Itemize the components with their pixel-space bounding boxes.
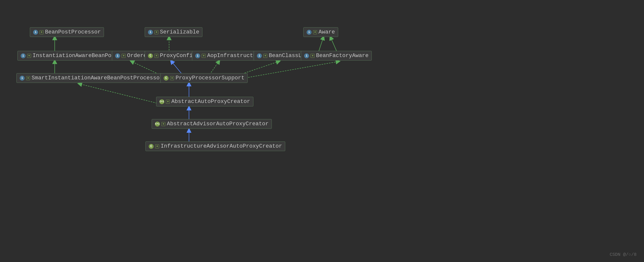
badge-bean-factory-aware: ■ xyxy=(310,54,314,58)
icon-proxy-processor-support: C xyxy=(164,76,168,81)
watermark: CSDN @/○/8 xyxy=(610,252,636,257)
badge-ordered: ■ xyxy=(122,54,126,58)
label-aware: Aware xyxy=(318,29,335,35)
icon-serializable: i xyxy=(148,30,153,35)
badge-infrastructure-advisor: ■ xyxy=(155,144,159,148)
label-smart-instantiation: SmartInstantiationAwareBeanPostProcessor xyxy=(32,75,163,81)
badge-serializable: ■ xyxy=(154,30,158,34)
label-abstract-auto-proxy: AbstractAutoProxyCreator xyxy=(171,99,250,105)
badge-proxy-processor-support: ■ xyxy=(170,76,174,80)
node-abstract-auto-proxy-creator: C+i ■ AbstractAutoProxyCreator xyxy=(156,97,253,107)
node-smart-instantiation: i ■ SmartInstantiationAwareBeanPostProce… xyxy=(16,73,166,83)
icon-bean-factory-aware: i xyxy=(304,53,309,58)
icon-proxy-config: C xyxy=(148,53,153,58)
badge-aop-infrastructure: ■ xyxy=(202,54,206,58)
badge-proxy-config: ■ xyxy=(154,54,158,58)
icon-aware: i xyxy=(306,30,312,35)
arrows-svg xyxy=(0,0,644,262)
node-serializable: i ■ Serializable xyxy=(145,27,202,37)
label-abstract-advisor-auto-proxy: AbstractAdvisorAutoProxyCreator xyxy=(167,121,268,127)
badge-bean-post-processor: ■ xyxy=(40,30,44,34)
icon-ordered: i xyxy=(115,53,120,58)
label-bean-factory-aware: BeanFactoryAware xyxy=(316,53,368,59)
label-bean-post-processor: BeanPostProcessor xyxy=(45,29,101,35)
badge-abstract-auto-proxy: ■ xyxy=(166,100,170,104)
badge-aware: ■ xyxy=(313,30,317,34)
node-aware: i ■ Aware xyxy=(303,27,338,37)
node-bean-factory-aware: i ■ BeanFactoryAware xyxy=(301,51,372,61)
badge-abstract-advisor-auto-proxy: ■ xyxy=(161,122,165,126)
label-proxy-config: ProxyConfig xyxy=(160,53,196,59)
node-abstract-advisor-auto-proxy: C+i ■ AbstractAdvisorAutoProxyCreator xyxy=(152,119,272,129)
icon-abstract-auto-proxy: C+i xyxy=(160,99,164,104)
label-serializable: Serializable xyxy=(160,29,199,35)
icon-infrastructure-advisor: C xyxy=(149,144,154,149)
icon-aop-infrastructure: i xyxy=(195,53,200,58)
node-proxy-processor-support: C ■ ProxyProcessorSupport xyxy=(160,73,248,83)
icon-bean-class-loader-aware: i xyxy=(257,53,262,58)
label-proxy-processor-support: ProxyProcessorSupport xyxy=(176,75,244,81)
badge-bean-class-loader-aware: ■ xyxy=(263,54,267,58)
badge-smart-instantiation: ■ xyxy=(26,76,30,80)
icon-abstract-advisor-auto-proxy: C+i xyxy=(155,122,160,127)
diagram-container: i ■ BeanPostProcessor i ■ InstantiationA… xyxy=(0,0,644,262)
label-infrastructure-advisor: InfrastructureAdvisorAutoProxyCreator xyxy=(161,143,282,149)
svg-line-14 xyxy=(80,84,169,106)
icon-smart-instantiation: i xyxy=(20,76,24,81)
node-bean-post-processor: i ■ BeanPostProcessor xyxy=(30,27,104,37)
node-infrastructure-advisor: C ■ InfrastructureAdvisorAutoProxyCreato… xyxy=(146,141,285,151)
icon-instantiation-aware: i xyxy=(21,53,26,58)
node-proxy-config: C ■ ProxyConfig xyxy=(145,51,199,61)
icon-bean-post-processor: i xyxy=(33,30,38,35)
badge-instantiation-aware: ■ xyxy=(27,54,31,58)
